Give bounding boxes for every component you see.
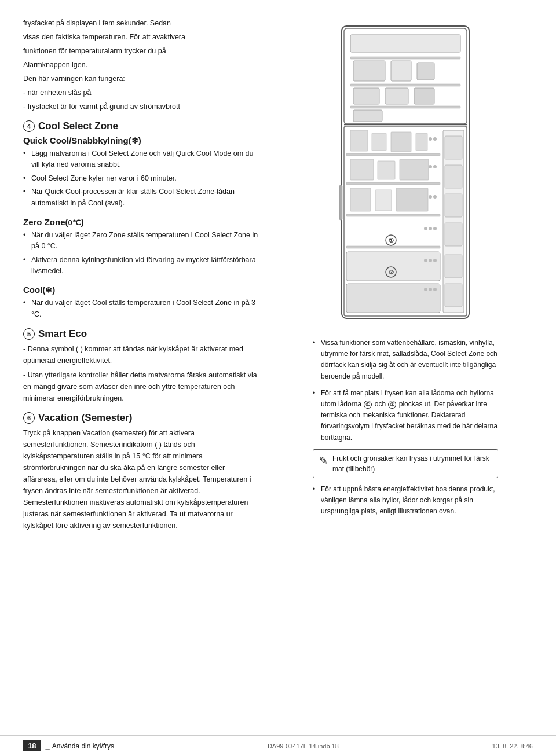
- right-bullet-2: För att få mer plats i frysen kan alla l…: [313, 388, 498, 443]
- svg-point-43: [433, 227, 437, 230]
- svg-rect-24: [346, 214, 440, 216]
- intro-line6: - när enheten slås på: [23, 87, 261, 98]
- right-bullet-1: Vissa funktioner som vattenbehållare, is…: [313, 337, 498, 382]
- right-bullets: Vissa funktioner som vattenbehållare, is…: [313, 337, 498, 443]
- svg-point-46: [433, 259, 437, 262]
- svg-rect-55: [350, 159, 374, 180]
- intro-line2: visas den faktiska temperaturen. För att…: [23, 31, 261, 43]
- section4-number: 4: [23, 120, 35, 132]
- svg-rect-51: [350, 130, 368, 151]
- footer-date: 13. 8. 22.: [492, 743, 519, 750]
- svg-point-47: [424, 288, 427, 291]
- cool-label: Cool(❄): [23, 285, 55, 295]
- svg-point-42: [429, 227, 432, 230]
- section5-line1: - Denna symbol ( ) kommer att tändas när…: [23, 343, 261, 366]
- zero-zone-label: Zero Zone(0℃): [23, 217, 84, 227]
- section5-number: 5: [23, 328, 35, 340]
- svg-rect-6: [353, 61, 385, 81]
- zero-zone-item2: Aktivera denna kylningsfunktion vid förv…: [23, 255, 261, 277]
- circle-1-ref: ①: [364, 401, 372, 409]
- section6-title: Vacation (Semester): [38, 412, 133, 424]
- svg-rect-10: [353, 88, 379, 104]
- svg-rect-60: [396, 188, 428, 211]
- quick-cool-item2: Cool Select Zone kyler ner varor i 60 mi…: [23, 173, 261, 184]
- section4-title: Cool Select Zone: [38, 120, 118, 132]
- svg-rect-22: [346, 153, 440, 156]
- left-column: frysfacket på displayen i fem sekunder. …: [23, 17, 266, 735]
- svg-rect-25: [346, 246, 440, 248]
- svg-rect-5: [350, 57, 460, 59]
- intro-line7: - frysfacket är för varmt på grund av st…: [23, 101, 261, 112]
- svg-rect-21: [445, 284, 462, 307]
- snowflake-icon: ❄: [131, 136, 138, 145]
- svg-rect-54: [416, 133, 427, 151]
- footer-time: 8:46: [521, 743, 533, 750]
- zero-zone-list: När du väljer läget Zero Zone ställs tem…: [23, 230, 261, 277]
- svg-point-48: [429, 288, 432, 291]
- section6-number: 6: [23, 412, 35, 424]
- section6-heading: 6 Vacation (Semester): [23, 412, 261, 424]
- svg-rect-9: [350, 84, 460, 86]
- svg-point-33: [429, 137, 432, 141]
- quick-cool-block: Quick Cool/Snabbkylning(❄) Lägg matvaror…: [23, 135, 261, 209]
- svg-point-36: [429, 165, 432, 168]
- section5-line2: - Utan ytterligare kontroller håller det…: [23, 369, 261, 404]
- right-bullets-2: För att uppnå bästa energieffektivitet h…: [313, 484, 498, 518]
- note-text: Frukt och grönsaker kan frysas i utrymme…: [332, 453, 492, 474]
- svg-rect-50: [339, 185, 342, 220]
- fridge-svg: ① ②: [336, 23, 475, 324]
- svg-point-34: [433, 137, 437, 141]
- section5: 5 Smart Eco - Denna symbol ( ) kommer at…: [23, 328, 261, 404]
- doc-id-text: DA99-03417L-14.indb 18: [268, 743, 339, 750]
- svg-point-44: [424, 259, 427, 262]
- right-column: ① ②: [278, 17, 533, 735]
- svg-point-39: [429, 195, 432, 199]
- zero-zone-item1: När du väljer läget Zero Zone ställs tem…: [23, 230, 261, 252]
- svg-rect-14: [353, 110, 382, 122]
- svg-rect-12: [414, 88, 434, 104]
- footer-datetime: 13. 8. 22. 8:46: [492, 743, 533, 750]
- zero-zone-heading: Zero Zone(0℃): [23, 217, 261, 227]
- cool-list: När du väljer läget Cool ställs temperat…: [23, 298, 261, 320]
- page-label: Använda din kyl/frys: [52, 742, 114, 750]
- intro-line4: Alarmknappen igen.: [23, 59, 261, 71]
- section5-title: Smart Eco: [38, 328, 87, 340]
- right-bullet-3: För att uppnå bästa energieffektivitet h…: [313, 484, 498, 518]
- circle-2-ref: ②: [388, 401, 396, 409]
- svg-rect-58: [350, 188, 371, 211]
- svg-rect-7: [391, 61, 411, 81]
- section4: 4 Cool Select Zone Quick Cool/Snabbkylni…: [23, 120, 261, 320]
- footer: 18 _ Använda din kyl/frys DA99-03417L-14…: [0, 735, 556, 756]
- zero-icon: 0℃: [68, 218, 81, 227]
- section5-heading: 5 Smart Eco: [23, 328, 261, 340]
- svg-text:①: ①: [389, 237, 394, 244]
- svg-point-49: [433, 288, 437, 291]
- svg-rect-8: [417, 63, 434, 80]
- intro-text: frysfacket på displayen i fem sekunder. …: [23, 17, 261, 112]
- svg-rect-19: [445, 223, 462, 246]
- svg-text:②: ②: [389, 269, 394, 276]
- page-number: 18: [23, 740, 41, 751]
- quick-cool-label: Quick Cool/Snabbkylning(❄): [23, 135, 141, 145]
- intro-line1: frysfacket på displayen i fem sekunder. …: [23, 17, 261, 29]
- svg-rect-11: [385, 88, 408, 104]
- svg-rect-53: [391, 132, 411, 152]
- dash-separator: _: [45, 742, 49, 750]
- svg-rect-23: [346, 182, 440, 185]
- svg-rect-13: [350, 106, 460, 108]
- main-content: frysfacket på displayen i fem sekunder. …: [0, 0, 556, 735]
- note-box: ✎ Frukt och grönsaker kan frysas i utrym…: [313, 449, 498, 478]
- zero-zone-block: Zero Zone(0℃) När du väljer läget Zero Z…: [23, 217, 261, 277]
- footer-page: 18 _ Använda din kyl/frys: [23, 740, 114, 751]
- svg-rect-59: [375, 190, 392, 211]
- quick-cool-item3: När Quick Cool-processen är klar ställs …: [23, 186, 261, 209]
- svg-rect-56: [378, 161, 395, 179]
- fridge-illustration: ① ②: [336, 23, 475, 326]
- section4-heading: 4 Cool Select Zone: [23, 120, 261, 132]
- intro-line3: funktionen för temperaturalarm trycker d…: [23, 45, 261, 57]
- svg-rect-16: [445, 136, 462, 159]
- quick-cool-item1: Lägg matvarorna i Cool Select Zone och v…: [23, 148, 261, 171]
- quick-cool-heading: Quick Cool/Snabbkylning(❄): [23, 135, 261, 145]
- intro-line5: Den här varningen kan fungera:: [23, 73, 261, 85]
- cool-block: Cool(❄) När du väljer läget Cool ställs …: [23, 285, 261, 320]
